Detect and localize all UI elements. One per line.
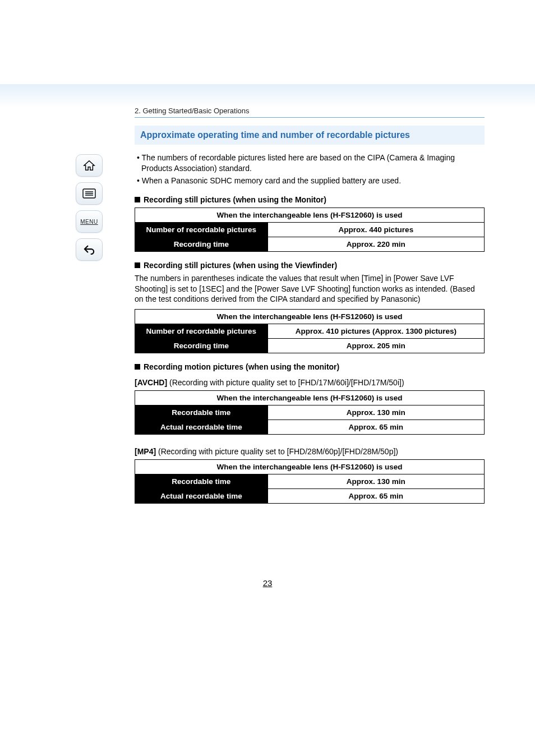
square-bullet-icon bbox=[135, 197, 140, 202]
subheading-viewfinder-still: Recording still pictures (when using the… bbox=[135, 261, 485, 270]
table-title: When the interchangeable lens (H-FS12060… bbox=[135, 208, 485, 222]
table-title: When the interchangeable lens (H-FS12060… bbox=[135, 460, 485, 474]
mode-desc: (Recording with picture quality set to [… bbox=[156, 447, 398, 456]
intro-bullet-2: • When a Panasonic SDHC memory card and … bbox=[135, 176, 485, 186]
row-label: Actual recordable time bbox=[135, 489, 268, 504]
row-label: Number of recordable pictures bbox=[135, 222, 268, 237]
header-gradient bbox=[0, 84, 535, 108]
sidebar-home-button[interactable] bbox=[76, 154, 103, 177]
table-row: Actual recordable time Approx. 65 min bbox=[135, 489, 485, 504]
table-row: Recording time Approx. 205 min bbox=[135, 339, 485, 353]
sidebar-list-button[interactable] bbox=[76, 182, 103, 205]
table-row: Actual recordable time Approx. 65 min bbox=[135, 420, 485, 435]
table-row: Number of recordable pictures Approx. 44… bbox=[135, 222, 485, 237]
square-bullet-icon bbox=[135, 364, 140, 370]
row-value: Approx. 65 min bbox=[268, 489, 484, 504]
subheading-motion-monitor: Recording motion pictures (when using th… bbox=[135, 362, 485, 371]
row-value: Approx. 130 min bbox=[268, 474, 484, 489]
divider bbox=[135, 117, 485, 118]
mode-label: [MP4] bbox=[135, 447, 156, 456]
subheading-text: Recording motion pictures (when using th… bbox=[144, 362, 339, 371]
table-row: Recording time Approx. 220 min bbox=[135, 237, 485, 251]
table-title: When the interchangeable lens (H-FS12060… bbox=[135, 310, 485, 324]
row-label: Recording time bbox=[135, 237, 268, 251]
row-value: Approx. 205 min bbox=[268, 339, 484, 353]
table-avchd: When the interchangeable lens (H-FS12060… bbox=[135, 390, 485, 435]
row-value: Approx. 440 pictures bbox=[268, 222, 484, 237]
sidebar-nav: MENU bbox=[76, 154, 105, 261]
subheading-text: Recording still pictures (when using the… bbox=[144, 261, 337, 270]
row-label: Recording time bbox=[135, 339, 268, 353]
viewfinder-note: The numbers in parentheses indicate the … bbox=[135, 273, 485, 305]
list-icon bbox=[82, 188, 96, 199]
mode-desc: (Recording with picture quality set to [… bbox=[167, 378, 404, 387]
row-label: Actual recordable time bbox=[135, 420, 268, 435]
section-title: Approximate operating time and number of… bbox=[135, 126, 485, 145]
table-row: Number of recordable pictures Approx. 41… bbox=[135, 324, 485, 339]
row-value: Approx. 220 min bbox=[268, 237, 484, 251]
table-row: Recordable time Approx. 130 min bbox=[135, 474, 485, 489]
table-row: Recordable time Approx. 130 min bbox=[135, 405, 485, 420]
row-label: Number of recordable pictures bbox=[135, 324, 268, 339]
intro-bullet-1: • The numbers of recordable pictures lis… bbox=[135, 153, 485, 174]
table-title: When the interchangeable lens (H-FS12060… bbox=[135, 391, 485, 405]
row-value: Approx. 65 min bbox=[268, 420, 484, 435]
square-bullet-icon bbox=[135, 262, 140, 268]
row-label: Recordable time bbox=[135, 405, 268, 420]
mode-label: [AVCHD] bbox=[135, 378, 167, 387]
table-monitor-still: When the interchangeable lens (H-FS12060… bbox=[135, 208, 485, 252]
subheading-text: Recording still pictures (when using the… bbox=[144, 195, 326, 204]
home-icon bbox=[83, 160, 95, 171]
row-value: Approx. 410 pictures (Approx. 1300 pictu… bbox=[268, 324, 484, 339]
menu-icon-label: MENU bbox=[80, 219, 98, 225]
table-mp4: When the interchangeable lens (H-FS12060… bbox=[135, 459, 485, 504]
back-arrow-icon bbox=[83, 245, 95, 255]
page-number[interactable]: 23 bbox=[0, 578, 535, 588]
avchd-label-line: [AVCHD] (Recording with picture quality … bbox=[135, 378, 485, 387]
table-viewfinder-still: When the interchangeable lens (H-FS12060… bbox=[135, 309, 485, 353]
sidebar-back-button[interactable] bbox=[76, 238, 103, 261]
mp4-label-line: [MP4] (Recording with picture quality se… bbox=[135, 447, 485, 456]
subheading-monitor-still: Recording still pictures (when using the… bbox=[135, 195, 485, 204]
sidebar-menu-button[interactable]: MENU bbox=[76, 210, 103, 233]
breadcrumb: 2. Getting Started/Basic Operations bbox=[135, 107, 485, 115]
row-label: Recordable time bbox=[135, 474, 268, 489]
row-value: Approx. 130 min bbox=[268, 405, 484, 420]
